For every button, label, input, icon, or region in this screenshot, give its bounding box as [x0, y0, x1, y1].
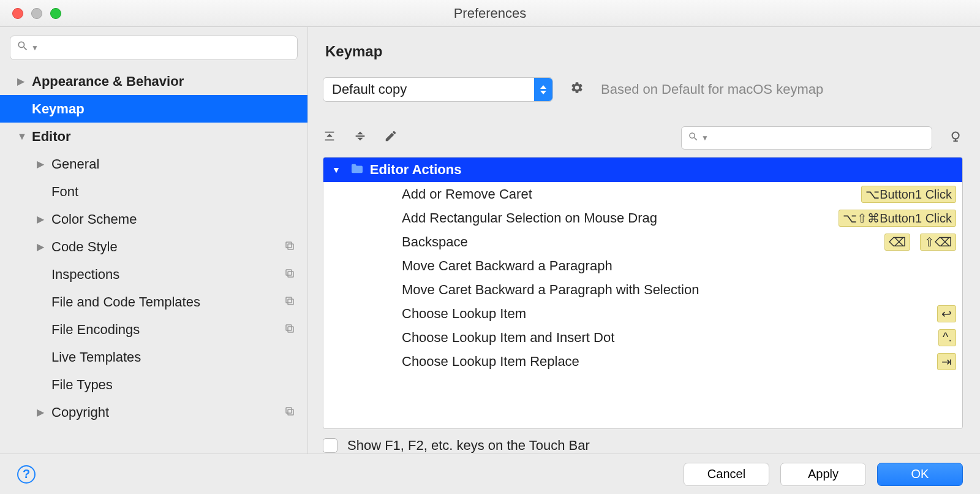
action-list: ▼ Editor Actions Add or Remove Caret⌥But…: [323, 157, 963, 429]
svg-rect-9: [286, 408, 292, 413]
touchbar-checkbox-row[interactable]: Show F1, F2, etc. keys on the Touch Bar: [323, 438, 963, 454]
shortcut-chip: ⇧⌫: [920, 234, 956, 251]
sidebar-item[interactable]: File Encodings: [0, 316, 307, 343]
edit-icon[interactable]: [384, 129, 398, 146]
sidebar-search-input[interactable]: [42, 41, 291, 55]
page-title: Keymap: [325, 43, 963, 60]
action-row[interactable]: Choose Lookup Item Replace⇥: [323, 349, 962, 373]
sidebar-item-label: File Encodings: [51, 322, 140, 338]
shortcut-list: ⌫⇧⌫: [884, 234, 956, 251]
svg-rect-5: [286, 297, 292, 303]
based-on-text: Based on Default for macOS keymap: [601, 82, 823, 97]
action-group-header[interactable]: ▼ Editor Actions: [323, 158, 962, 182]
expand-all-icon[interactable]: [323, 129, 336, 146]
sidebar-item-label: Color Scheme: [51, 211, 137, 227]
action-row[interactable]: Choose Lookup Item and Insert Dot^.: [323, 325, 962, 349]
sidebar-item[interactable]: ▶Appearance & Behavior: [0, 67, 307, 95]
window-title: Preferences: [0, 6, 980, 21]
action-row[interactable]: Add or Remove Caret⌥Button1 Click: [323, 182, 962, 206]
window-close-button[interactable]: [12, 8, 23, 19]
action-name: Add or Remove Caret: [402, 186, 532, 202]
chevron-down-icon: ▼: [701, 134, 709, 142]
gear-icon[interactable]: [570, 81, 584, 98]
svg-rect-6: [288, 327, 293, 332]
scheme-icon: [284, 267, 295, 283]
action-group-label: Editor Actions: [370, 162, 462, 178]
sidebar-item-label: Code Style: [51, 239, 118, 255]
window-maximize-button[interactable]: [50, 8, 61, 19]
chevron-right-icon: ▶: [17, 75, 27, 87]
sidebar-item-label: Inspections: [51, 267, 119, 283]
sidebar-item[interactable]: File Types: [0, 371, 307, 398]
sidebar-item[interactable]: ▶Color Scheme: [0, 205, 307, 233]
action-row[interactable]: Add Rectangular Selection on Mouse Drag⌥…: [323, 206, 962, 230]
chevron-right-icon: ▶: [37, 241, 47, 253]
scheme-icon: [284, 294, 295, 310]
sidebar-item[interactable]: ▼Editor: [0, 123, 307, 150]
keymap-dropdown-value: Default copy: [332, 82, 407, 97]
settings-tree: ▶Appearance & BehaviorKeymap▼Editor▶Gene…: [0, 67, 307, 454]
sidebar-item-label: Font: [51, 184, 78, 200]
traffic-lights: [12, 8, 61, 19]
sidebar-item-label: Live Templates: [51, 349, 141, 365]
action-row[interactable]: Move Caret Backward a Paragraph: [323, 254, 962, 278]
svg-rect-4: [288, 299, 293, 305]
action-search-input[interactable]: [712, 131, 925, 145]
sidebar-item[interactable]: ▶Copyright: [0, 398, 307, 426]
action-name: Backspace: [402, 234, 468, 250]
shortcut-list: ↩: [937, 305, 956, 322]
titlebar: Preferences: [0, 0, 980, 27]
footer: ? Cancel Apply OK: [0, 454, 980, 494]
action-name: Choose Lookup Item: [402, 306, 526, 322]
action-name: Add Rectangular Selection on Mouse Drag: [402, 210, 657, 226]
shortcut-chip: ^.: [938, 329, 956, 346]
apply-button[interactable]: Apply: [780, 463, 866, 486]
svg-rect-1: [286, 242, 292, 248]
shortcut-list: ⌥⇧⌘Button1 Click: [839, 210, 956, 227]
chevron-down-icon: ▼: [332, 165, 341, 175]
sidebar-item-label: Editor: [32, 129, 71, 145]
shortcut-chip: ⌥⇧⌘Button1 Click: [839, 210, 956, 227]
action-row[interactable]: Backspace⌫⇧⌫: [323, 230, 962, 254]
shortcut-chip: ⌥Button1 Click: [861, 186, 956, 203]
action-row[interactable]: Move Caret Backward a Paragraph with Sel…: [323, 278, 962, 302]
scheme-icon: [284, 322, 295, 338]
sidebar: ▼ ▶Appearance & BehaviorKeymap▼Editor▶Ge…: [0, 27, 308, 454]
action-search[interactable]: ▼: [681, 126, 932, 150]
window-minimize-button[interactable]: [31, 8, 42, 19]
content-panel: Keymap Default copy Based on Default for…: [308, 27, 980, 454]
help-icon[interactable]: ?: [17, 465, 36, 484]
sidebar-item-label: Keymap: [32, 101, 85, 117]
sidebar-item[interactable]: Keymap: [0, 95, 307, 123]
shortcut-list: ⇥: [937, 353, 956, 370]
checkbox-label: Show F1, F2, etc. keys on the Touch Bar: [347, 438, 590, 454]
find-shortcut-icon[interactable]: [949, 129, 963, 146]
sidebar-item[interactable]: ▶General: [0, 150, 307, 178]
action-name: Move Caret Backward a Paragraph: [402, 258, 612, 274]
sidebar-item-label: Copyright: [51, 405, 109, 420]
svg-rect-2: [288, 272, 293, 277]
chevron-right-icon: ▶: [37, 213, 47, 225]
chevron-down-icon: ▼: [31, 44, 39, 52]
sidebar-item[interactable]: Font: [0, 178, 307, 205]
sidebar-item[interactable]: Live Templates: [0, 343, 307, 371]
scheme-icon: [284, 405, 295, 420]
keymap-dropdown[interactable]: Default copy: [323, 77, 553, 102]
sidebar-item[interactable]: Inspections: [0, 260, 307, 288]
sidebar-item[interactable]: File and Code Templates: [0, 288, 307, 316]
search-icon: [688, 130, 699, 146]
action-row[interactable]: Choose Lookup Item↩: [323, 302, 962, 325]
sidebar-item[interactable]: ▶Code Style: [0, 233, 307, 260]
cancel-button[interactable]: Cancel: [684, 463, 769, 486]
checkbox[interactable]: [323, 438, 337, 453]
folder-icon: [350, 162, 364, 178]
chevron-right-icon: ▶: [37, 158, 47, 170]
action-name: Choose Lookup Item Replace: [402, 354, 579, 370]
shortcut-chip: ⌫: [884, 234, 910, 251]
collapse-all-icon[interactable]: [353, 129, 367, 146]
sidebar-item-label: General: [51, 156, 99, 172]
ok-button[interactable]: OK: [877, 463, 963, 486]
chevron-right-icon: ▶: [37, 406, 47, 418]
svg-rect-0: [288, 244, 293, 249]
sidebar-search[interactable]: ▼: [10, 36, 298, 60]
